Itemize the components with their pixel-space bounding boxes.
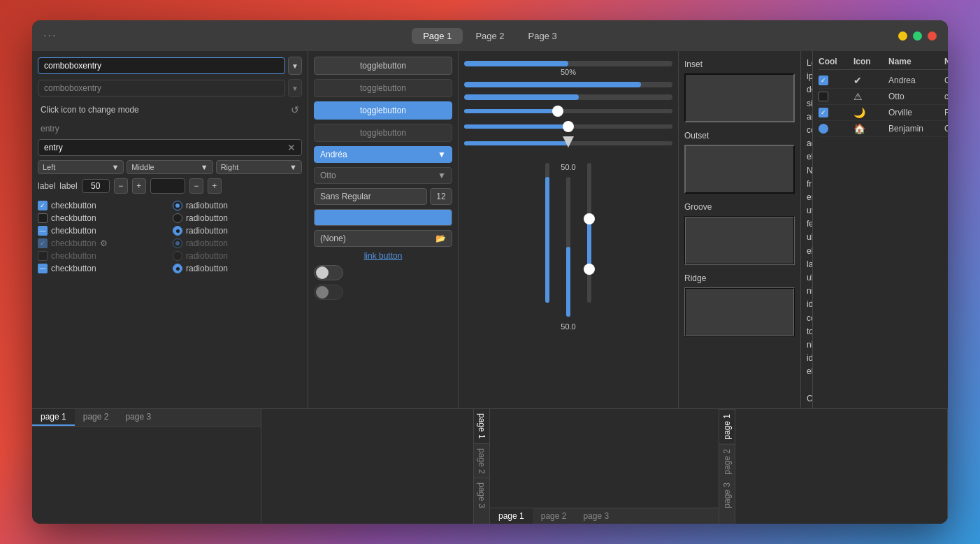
check-item-1[interactable]: checkbutton (38, 201, 167, 210)
font-combo[interactable]: Sans Regular (314, 188, 427, 205)
file-chooser[interactable]: (None) 📂 (314, 230, 452, 247)
table-checkbox-3[interactable] (819, 108, 828, 117)
bottom-tab-3-page2[interactable]: page 2 (533, 508, 575, 524)
spin-box[interactable]: 50 (82, 179, 110, 193)
table-row-otto: ⚠ Otto chaotic (819, 89, 948, 105)
toggle-btn-1[interactable]: togglebutton (314, 57, 452, 75)
th-name: Name (888, 57, 944, 66)
titlebar-tab-page3[interactable]: Page 3 (517, 28, 568, 44)
right-combo[interactable]: Right ▼ (216, 160, 302, 174)
right-tab-bar: page 1 page 2 page 3 (473, 409, 489, 524)
left-tab-page2[interactable]: page 2 (719, 444, 735, 479)
three-combo-row: Left ▼ Middle ▼ Right ▼ (38, 160, 302, 174)
right-tab-page2[interactable]: page 2 (474, 444, 489, 479)
refresh-icon[interactable]: ↺ (291, 104, 299, 115)
font-size[interactable]: 12 (430, 188, 452, 205)
ridge-demo (684, 287, 795, 336)
radio-item-5: radiobutton (173, 251, 302, 261)
bottom-content-2 (261, 409, 474, 524)
slider-1-thumb[interactable] (552, 106, 563, 117)
spin2-decrement[interactable]: − (189, 178, 203, 194)
switch-1[interactable] (314, 265, 343, 280)
entry-input[interactable] (41, 141, 284, 154)
mid-panel: togglebutton togglebutton togglebutton t… (308, 51, 459, 408)
toggle-btn-3[interactable]: togglebutton (314, 101, 452, 120)
radio-item-3[interactable]: radiobutton (173, 226, 302, 236)
bottom-tab-1-page2[interactable]: page 2 (75, 409, 117, 426)
table-radio-4[interactable] (819, 124, 828, 134)
label1: label (38, 181, 55, 191)
radio-item-1[interactable]: radiobutton (173, 201, 302, 210)
left-tab-page1[interactable]: page 1 (719, 409, 735, 444)
close-button[interactable] (928, 31, 937, 41)
radio-1[interactable] (173, 201, 182, 210)
combo2-arrow: ▼ (288, 79, 302, 97)
right-tab-page3[interactable]: page 3 (474, 478, 489, 513)
bottom-tab-bar-3: page 1 page 2 page 3 (490, 508, 719, 524)
bottom-section-1: page 1 page 2 page 3 (32, 409, 261, 524)
titlebar-tab-page1[interactable]: Page 1 (412, 28, 463, 44)
color-swatch[interactable] (314, 209, 452, 226)
switch-knob-1 (316, 266, 329, 279)
titlebar-tab-page2[interactable]: Page 2 (464, 28, 515, 44)
right-combo-arrow: ▼ (289, 163, 297, 171)
blue-bar-partial-fill (464, 94, 579, 100)
radio-3[interactable] (173, 226, 182, 236)
andrea-combo[interactable]: Andréa ▼ (314, 146, 452, 163)
right-tab-page1[interactable]: page 1 (474, 409, 489, 444)
link-button[interactable]: link button (314, 251, 452, 261)
titlebar-menu[interactable]: ··· (43, 29, 57, 42)
check-item-5: checkbutton (38, 251, 167, 261)
radio-6[interactable] (173, 264, 182, 273)
left-tab-page3[interactable]: page 3 (719, 478, 735, 513)
clear-button[interactable]: ✕ (284, 142, 298, 153)
table-checkbox-1[interactable] (819, 76, 828, 85)
v-slider-3-thumb1[interactable] (584, 264, 595, 275)
radio-item-2[interactable]: radiobutton (173, 213, 302, 223)
checkbutton-label-1: checkbutton (51, 201, 96, 210)
slider-2-container (464, 121, 672, 132)
middle-combo[interactable]: Middle ▼ (127, 160, 212, 174)
check-item-2[interactable]: checkbutton (38, 213, 167, 223)
td-cool-3 (819, 108, 853, 117)
radio-2[interactable] (173, 213, 182, 223)
bottom-tab-3-page3[interactable]: page 3 (575, 508, 617, 524)
v-slider-2-fill (566, 247, 570, 317)
slider-2-thumb[interactable] (563, 121, 574, 132)
radio-item-6[interactable]: radiobutton (173, 264, 302, 273)
switch-row-1 (314, 265, 452, 280)
td-cool-1 (819, 76, 853, 85)
checkbox-2[interactable] (38, 213, 48, 223)
checkbox-3[interactable] (38, 226, 48, 236)
click-icon-row: Click icon to change mode ↺ (38, 101, 302, 118)
checkbox-6[interactable] (38, 264, 48, 273)
left-combo-label: Left (43, 163, 55, 171)
spin-decrement[interactable]: − (114, 178, 128, 194)
toggle-btn-4[interactable]: togglebutton (314, 124, 452, 142)
v-slider-3-thumb2[interactable] (584, 213, 595, 224)
left-combo[interactable]: Left ▼ (38, 160, 124, 174)
maximize-button[interactable] (913, 31, 922, 41)
entry-placeholder: entry (38, 122, 302, 135)
slider-1-fill (464, 109, 558, 113)
bottom-tab-1-page1[interactable]: page 1 (32, 409, 75, 426)
toggle-btn-2[interactable]: togglebutton (314, 79, 452, 97)
main-content: ▼ comboboxentry ▼ Click icon to change m… (32, 51, 948, 408)
otto-label: Otto (320, 171, 336, 180)
checks-radios-grid: checkbutton radiobutton checkbutton radi… (38, 198, 302, 276)
bottom-tab-1-page3[interactable]: page 3 (117, 409, 159, 426)
check-item-6[interactable]: checkbutton (38, 264, 167, 273)
checkbox-1[interactable] (38, 201, 48, 210)
table-checkbox-2[interactable] (819, 92, 828, 101)
checkbox-4 (38, 238, 48, 248)
bottom-tab-3-page1[interactable]: page 1 (490, 508, 533, 524)
spin-increment[interactable]: + (132, 178, 146, 194)
combo1-input[interactable] (38, 57, 285, 74)
minimize-button[interactable] (898, 31, 907, 41)
otto-combo[interactable]: Otto ▼ (314, 167, 452, 184)
check-item-3[interactable]: checkbutton (38, 226, 167, 236)
combo1-arrow[interactable]: ▼ (288, 57, 302, 75)
switch-2 (314, 285, 343, 300)
spin2-increment[interactable]: + (208, 178, 222, 194)
bottom-section-3: page 1 page 2 page 3 (490, 409, 719, 524)
